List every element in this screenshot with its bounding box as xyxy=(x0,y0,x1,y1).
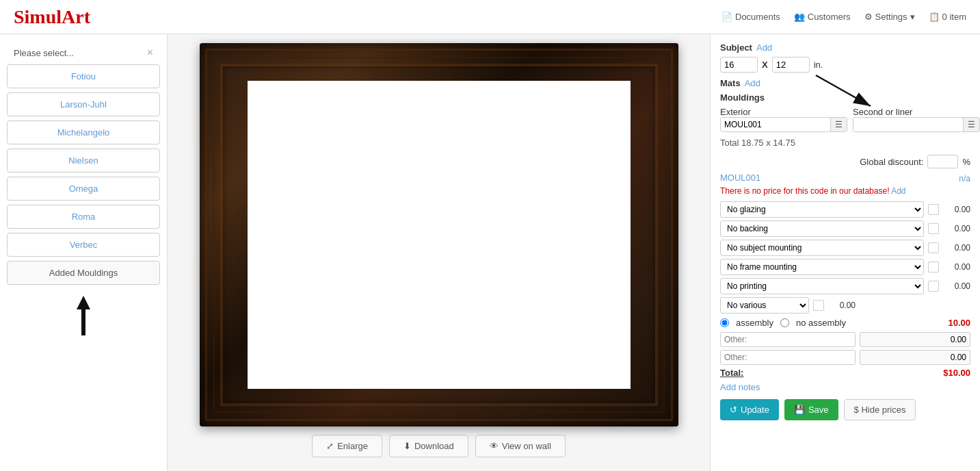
mats-add-link[interactable]: Add xyxy=(745,78,760,88)
center-content: ⤢ Enlarge ⬇ Download 👁 View on wall xyxy=(168,34,710,471)
bottom-buttons: ⤢ Enlarge ⬇ Download 👁 View on wall xyxy=(312,428,566,464)
save-icon: 💾 xyxy=(794,405,805,415)
save-button[interactable]: 💾 Save xyxy=(784,399,838,420)
backing-price: 0.00 xyxy=(943,224,970,233)
second-liner-input-row: ☰ xyxy=(853,117,980,132)
glazing-select[interactable]: No glazing xyxy=(720,201,924,218)
frame-mounting-price: 0.00 xyxy=(943,262,970,272)
logo-text-simul: Simul xyxy=(14,6,62,27)
no-assembly-radio[interactable] xyxy=(780,318,789,327)
logo-text-art: Art xyxy=(62,6,90,27)
sidebar-item-added-mouldings[interactable]: Added Mouldings xyxy=(7,261,160,285)
main-layout: Please select... × Fotiou Larson-Juhl Mi… xyxy=(0,34,980,471)
action-buttons: ↺ Update 💾 Save $ Hide prices xyxy=(720,399,970,420)
printing-price: 0.00 xyxy=(943,281,970,291)
mouldings-label: Mouldings xyxy=(720,92,765,103)
subject-mounting-checkbox[interactable] xyxy=(928,242,939,253)
other-row-1 xyxy=(720,332,970,347)
sidebar-item-fotiou[interactable]: Fotiou xyxy=(7,64,160,88)
frame-mounting-row: No frame mounting 0.00 xyxy=(720,259,970,275)
view-on-wall-button[interactable]: 👁 View on wall xyxy=(475,435,566,457)
glazing-checkbox[interactable] xyxy=(928,204,939,215)
sidebar-item-michelangelo[interactable]: Michelangelo xyxy=(7,120,160,144)
arrow-up-container xyxy=(7,289,160,344)
dimension-row: X in. xyxy=(720,57,970,73)
customers-link[interactable]: 👥 Customers xyxy=(794,12,851,22)
exterior-input[interactable] xyxy=(721,118,830,131)
total-value: $10.00 xyxy=(943,368,970,378)
enlarge-button[interactable]: ⤢ Enlarge xyxy=(312,435,382,457)
height-input[interactable] xyxy=(772,57,810,73)
customers-icon: 👥 xyxy=(794,12,805,22)
assembly-row: assembly no assembly 10.00 xyxy=(720,318,970,328)
na-value: n/a xyxy=(959,174,970,183)
cart-link[interactable]: 📋 0 item xyxy=(929,12,966,22)
glazing-row: No glazing 0.00 xyxy=(720,201,970,218)
frame-container xyxy=(174,41,703,428)
second-liner-input[interactable] xyxy=(853,118,963,131)
options-grid: No glazing 0.00 No backing 0.00 No subje… xyxy=(720,201,970,314)
backing-checkbox[interactable] xyxy=(928,223,939,234)
global-discount-label: Global discount: xyxy=(860,157,923,167)
settings-label: Settings xyxy=(875,12,908,22)
moul-code-text: MOUL001 xyxy=(720,173,760,183)
nav-right: 📄 Documents 👥 Customers ⚙ Settings ▾ 📋 0… xyxy=(721,12,966,22)
sidebar-item-verbec[interactable]: Verbec xyxy=(7,233,160,257)
other-price-2[interactable] xyxy=(860,350,970,365)
other-price-1[interactable] xyxy=(860,332,970,347)
total-label[interactable]: Total: xyxy=(720,368,743,378)
hide-prices-button[interactable]: $ Hide prices xyxy=(844,399,916,420)
download-button[interactable]: ⬇ Download xyxy=(389,435,468,457)
sidebar: Please select... × Fotiou Larson-Juhl Mi… xyxy=(0,34,168,471)
total-row: Total: $10.00 xyxy=(720,368,970,378)
second-liner-list-button[interactable]: ☰ xyxy=(963,118,979,131)
mats-label: Mats xyxy=(720,78,741,88)
printing-select[interactable]: No printing xyxy=(720,278,924,294)
settings-icon: ⚙ xyxy=(864,12,873,22)
subject-label: Subject xyxy=(720,42,752,53)
logo: SimulArt xyxy=(14,6,90,28)
other-input-2[interactable] xyxy=(720,350,856,365)
assembly-radio[interactable] xyxy=(720,318,729,327)
sidebar-item-roma[interactable]: Roma xyxy=(7,205,160,229)
backing-row: No backing 0.00 xyxy=(720,220,970,237)
subject-mounting-select[interactable]: No subject mounting xyxy=(720,240,924,256)
various-price: 0.00 xyxy=(828,301,856,310)
subject-mounting-price: 0.00 xyxy=(943,243,970,253)
width-input[interactable] xyxy=(720,57,758,73)
subject-add-link[interactable]: Add xyxy=(756,42,772,53)
subject-mounting-row: No subject mounting 0.00 xyxy=(720,240,970,256)
view-on-wall-label: View on wall xyxy=(502,441,551,451)
price-error-add-link[interactable]: Add xyxy=(891,186,905,196)
various-select[interactable]: No various xyxy=(720,297,809,314)
settings-chevron-icon: ▾ xyxy=(910,12,915,22)
customers-label: Customers xyxy=(808,12,851,22)
sidebar-close-button[interactable]: × xyxy=(147,47,153,59)
printing-row: No printing 0.00 xyxy=(720,278,970,294)
frame-mounting-select[interactable]: No frame mounting xyxy=(720,259,924,275)
second-liner-col: Second or liner ☰ xyxy=(853,107,980,132)
frame-mounting-checkbox[interactable] xyxy=(928,262,939,272)
dimension-x: X xyxy=(762,60,768,70)
printing-checkbox[interactable] xyxy=(928,281,939,292)
settings-link[interactable]: ⚙ Settings ▾ xyxy=(864,12,915,22)
mats-row: Mats Add xyxy=(720,78,970,88)
view-on-wall-icon: 👁 xyxy=(490,441,499,451)
update-button[interactable]: ↺ Update xyxy=(720,399,779,420)
mouldings-columns-labels: Exterior ☰ Second or liner ☰ Third fille… xyxy=(720,107,970,132)
second-liner-label: Second or liner xyxy=(853,107,912,117)
exterior-list-button[interactable]: ☰ xyxy=(830,118,847,131)
various-checkbox[interactable] xyxy=(813,300,824,311)
mouldings-section: Mouldings Exterior ☰ Second or liner ☰ xyxy=(720,92,970,132)
enlarge-icon: ⤢ xyxy=(326,441,334,451)
discount-input[interactable] xyxy=(927,155,958,168)
svg-rect-1 xyxy=(81,308,85,335)
backing-select[interactable]: No backing xyxy=(720,220,924,237)
other-input-1[interactable] xyxy=(720,332,856,347)
sidebar-item-nielsen[interactable]: Nielsen xyxy=(7,149,160,173)
sidebar-item-larson-juhl[interactable]: Larson-Juhl xyxy=(7,92,160,116)
sidebar-item-omega[interactable]: Omega xyxy=(7,177,160,201)
documents-link[interactable]: 📄 Documents xyxy=(721,12,780,22)
save-label: Save xyxy=(808,405,829,415)
add-notes-link[interactable]: Add notes xyxy=(720,382,970,392)
